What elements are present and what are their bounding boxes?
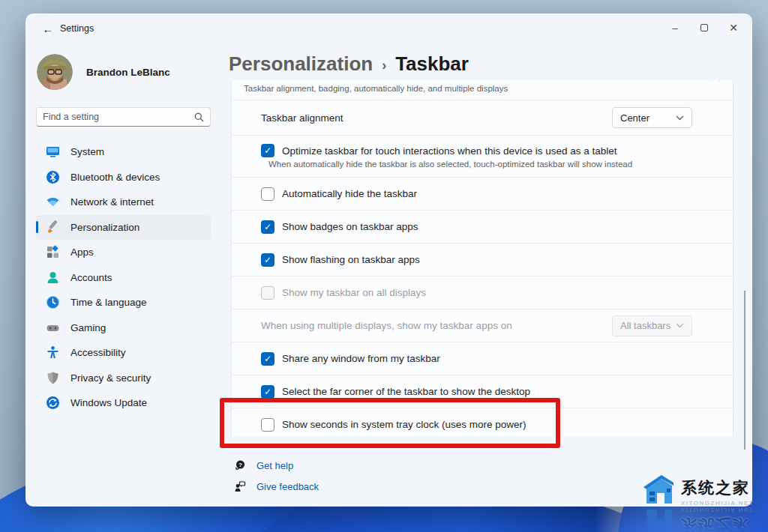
setting-label: When using multiple displays, show my ta… [261, 320, 512, 331]
sidebar-item-apps[interactable]: Apps [36, 240, 211, 265]
svg-text:?: ? [238, 462, 242, 468]
sidebar-item-bluetooth[interactable]: Bluetooth & devices [36, 165, 211, 190]
back-button[interactable]: ← [34, 18, 62, 39]
get-help-link[interactable]: ? Get help [234, 459, 293, 471]
sidebar-item-label: Personalization [70, 222, 140, 233]
setting-row-show-flashing: ✓ Show flashing on taskbar apps [232, 243, 733, 276]
clock-icon [45, 295, 60, 310]
sidebar-item-accounts[interactable]: Accounts [36, 265, 211, 291]
person-icon [45, 270, 60, 285]
chevron-up-icon[interactable] [711, 80, 721, 81]
sidebar-item-label: Privacy & security [70, 372, 151, 384]
watermark-logo-icon [639, 471, 678, 507]
setting-label: Show badges on taskbar apps [282, 221, 418, 232]
shield-icon [45, 370, 60, 385]
setting-row-all-displays: Show my taskbar on all displays [232, 276, 733, 309]
section-subtitle: Taskbar alignment, badging, automaticall… [244, 82, 721, 94]
sidebar-item-system[interactable]: System [36, 139, 211, 165]
close-button[interactable]: ✕ [717, 13, 750, 42]
breadcrumb-separator-icon: › [382, 58, 386, 73]
setting-label: Show seconds in system tray clock (uses … [282, 419, 526, 430]
user-profile[interactable]: Brandon LeBlanc [37, 54, 170, 90]
watermark-logo-reflection [639, 507, 678, 532]
paintbrush-icon [45, 220, 60, 235]
sidebar-item-personalization[interactable]: Personalization [36, 215, 211, 241]
maximize-button[interactable] [688, 13, 721, 42]
search-placeholder: Find a setting [43, 112, 194, 122]
help-icon: ? [234, 459, 246, 471]
checkbox-unchecked[interactable] [261, 418, 274, 432]
sidebar-item-gaming[interactable]: Gaming [36, 315, 211, 341]
settings-window: ← Settings – ✕ Brandon [26, 13, 752, 507]
sidebar-item-label: Windows Update [70, 397, 147, 408]
chevron-down-icon [676, 115, 684, 121]
taskbar-alignment-dropdown[interactable]: Center [612, 107, 692, 128]
give-feedback-link[interactable]: Give feedback [234, 480, 319, 492]
sidebar-item-label: Time & language [70, 297, 147, 308]
taskbar-behaviors-header[interactable]: Taskbar behaviors Taskbar alignment, bad… [232, 80, 733, 100]
sidebar-item-accessibility[interactable]: Accessibility [36, 340, 211, 366]
apps-icon [45, 245, 60, 260]
setting-label: Show my taskbar on all displays [282, 287, 426, 298]
sidebar-item-time-language[interactable]: Time & language [36, 290, 211, 315]
taskbar-behaviors-card: Taskbar behaviors Taskbar alignment, bad… [231, 80, 734, 437]
scrollbar[interactable] [744, 291, 746, 450]
sidebar-item-label: Gaming [70, 322, 106, 333]
breadcrumb-parent[interactable]: Personalization [229, 52, 373, 76]
maximize-icon [700, 24, 708, 31]
multiple-displays-dropdown: All taskbars [612, 315, 692, 336]
give-feedback-label: Give feedback [256, 481, 319, 492]
search-icon [194, 112, 204, 122]
watermark: 系统之家 XITONGZHIJIA.NET 系统之家 XITONGZHIJIA.… [639, 471, 765, 532]
sidebar-item-privacy[interactable]: Privacy & security [36, 366, 211, 391]
sidebar-item-network[interactable]: Network & internet [36, 190, 211, 215]
app-title: Settings [60, 23, 94, 34]
setting-label: Optimize taskbar for touch interactions … [282, 145, 616, 157]
accessibility-icon [45, 345, 60, 360]
setting-row-share-window: ✓ Share any window from my taskbar [232, 342, 733, 375]
checkbox-checked[interactable]: ✓ [261, 253, 274, 267]
dropdown-value: All taskbars [620, 320, 676, 331]
titlebar: ← Settings – ✕ [26, 13, 752, 43]
sidebar-item-label: Network & internet [70, 196, 154, 208]
checkbox-checked[interactable]: ✓ [261, 220, 274, 234]
setting-sublabel: When automatically hide the taskbar is a… [268, 160, 632, 169]
setting-label: Taskbar alignment [261, 112, 344, 124]
setting-row-multiple-displays: When using multiple displays, show my ta… [232, 309, 733, 342]
sidebar-item-windows-update[interactable]: Windows Update [36, 390, 211, 416]
breadcrumb: Personalization › Taskbar [229, 52, 469, 76]
setting-row-far-corner: ✓ Select the far corner of the taskbar t… [232, 375, 733, 408]
update-icon [45, 396, 60, 411]
watermark-title: 系统之家 [681, 477, 754, 498]
checkbox-checked[interactable]: ✓ [261, 352, 274, 366]
checkbox-checked[interactable]: ✓ [261, 144, 274, 157]
checkbox-checked[interactable]: ✓ [261, 385, 274, 399]
back-arrow-icon: ← [43, 22, 54, 35]
page-title: Taskbar [395, 52, 469, 76]
setting-row-show-badges: ✓ Show badges on taskbar apps [232, 210, 733, 243]
sidebar-nav: System Bluetooth & devices Network & int… [36, 139, 211, 416]
watermark-domain-reflection: XITONGZHIJIA.NET [681, 507, 754, 513]
close-icon: ✕ [729, 22, 738, 34]
checkbox-unchecked[interactable] [261, 187, 274, 201]
avatar [37, 54, 73, 90]
sidebar-item-label: Apps [70, 247, 94, 258]
setting-row-optimize-touch: ✓ Optimize taskbar for touch interaction… [232, 135, 733, 177]
setting-label: Show flashing on taskbar apps [282, 254, 420, 265]
bluetooth-icon [45, 169, 60, 184]
checkbox-unchecked-disabled [261, 286, 274, 300]
watermark-domain: XITONGZHIJIA.NET [681, 500, 754, 507]
minimize-icon: – [672, 22, 677, 34]
watermark-title-reflection: 系统之家 [681, 515, 754, 532]
dropdown-value: Center [620, 112, 676, 124]
wifi-icon [45, 195, 60, 210]
minimize-button[interactable]: – [658, 13, 692, 42]
feedback-icon [234, 480, 246, 492]
search-input[interactable]: Find a setting [36, 107, 211, 127]
setting-label: Select the far corner of the taskbar to … [282, 386, 530, 397]
setting-row-taskbar-alignment: Taskbar alignment Center [232, 100, 733, 135]
sidebar-item-label: Accessibility [70, 347, 126, 358]
get-help-label: Get help [256, 460, 293, 471]
setting-row-auto-hide: Automatically hide the taskbar [232, 177, 733, 210]
setting-label: Share any window from my taskbar [282, 353, 440, 364]
